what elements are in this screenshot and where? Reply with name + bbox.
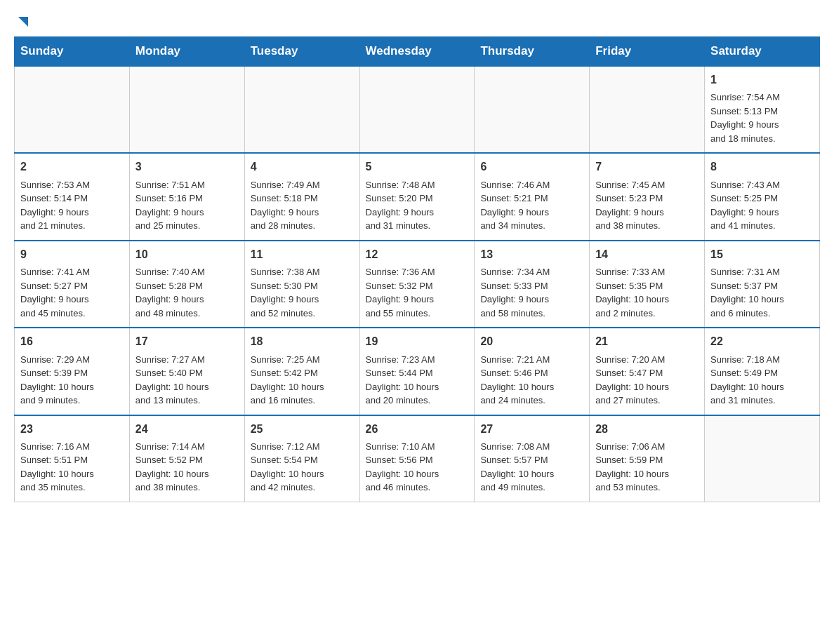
calendar-cell: 18Sunrise: 7:25 AMSunset: 5:42 PMDayligh…	[244, 328, 359, 415]
day-info: Sunrise: 7:38 AMSunset: 5:30 PMDaylight:…	[251, 265, 354, 320]
day-info: Sunrise: 7:21 AMSunset: 5:46 PMDaylight:…	[480, 353, 583, 408]
day-info: Sunrise: 7:46 AMSunset: 5:21 PMDaylight:…	[480, 178, 583, 233]
day-info: Sunrise: 7:08 AMSunset: 5:57 PMDaylight:…	[480, 440, 583, 495]
calendar-cell: 25Sunrise: 7:12 AMSunset: 5:54 PMDayligh…	[244, 415, 359, 502]
day-number: 14	[595, 247, 699, 262]
day-info: Sunrise: 7:31 AMSunset: 5:37 PMDaylight:…	[710, 265, 814, 320]
calendar-cell: 27Sunrise: 7:08 AMSunset: 5:57 PMDayligh…	[475, 415, 590, 502]
day-info: Sunrise: 7:20 AMSunset: 5:47 PMDaylight:…	[595, 353, 699, 408]
day-number: 1	[710, 72, 814, 88]
day-info: Sunrise: 7:25 AMSunset: 5:42 PMDaylight:…	[251, 353, 354, 408]
day-number: 18	[251, 334, 354, 349]
calendar-cell: 10Sunrise: 7:40 AMSunset: 5:28 PMDayligh…	[129, 241, 244, 328]
calendar-cell: 6Sunrise: 7:46 AMSunset: 5:21 PMDaylight…	[475, 153, 590, 240]
day-info: Sunrise: 7:48 AMSunset: 5:20 PMDaylight:…	[366, 178, 469, 233]
day-number: 17	[135, 334, 239, 349]
calendar-cell: 19Sunrise: 7:23 AMSunset: 5:44 PMDayligh…	[359, 328, 475, 415]
calendar-cell: 20Sunrise: 7:21 AMSunset: 5:46 PMDayligh…	[475, 328, 590, 415]
logo	[14, 14, 31, 29]
calendar-cell: 2Sunrise: 7:53 AMSunset: 5:14 PMDaylight…	[15, 153, 130, 240]
weekday-header-wednesday: Wednesday	[359, 37, 475, 67]
day-info: Sunrise: 7:27 AMSunset: 5:40 PMDaylight:…	[135, 353, 239, 408]
day-number: 2	[20, 159, 124, 175]
calendar-cell: 23Sunrise: 7:16 AMSunset: 5:51 PMDayligh…	[15, 415, 130, 502]
weekday-header-sunday: Sunday	[15, 37, 130, 67]
day-number: 5	[366, 159, 469, 175]
day-info: Sunrise: 7:40 AMSunset: 5:28 PMDaylight:…	[135, 265, 239, 320]
calendar-cell: 11Sunrise: 7:38 AMSunset: 5:30 PMDayligh…	[244, 241, 359, 328]
calendar-cell: 15Sunrise: 7:31 AMSunset: 5:37 PMDayligh…	[705, 241, 820, 328]
calendar-cell	[129, 66, 244, 153]
weekday-header-friday: Friday	[590, 37, 705, 67]
calendar-cell	[359, 66, 475, 153]
day-info: Sunrise: 7:33 AMSunset: 5:35 PMDaylight:…	[595, 265, 699, 320]
svg-marker-0	[18, 17, 28, 27]
day-info: Sunrise: 7:53 AMSunset: 5:14 PMDaylight:…	[20, 178, 124, 233]
calendar-cell: 12Sunrise: 7:36 AMSunset: 5:32 PMDayligh…	[359, 241, 475, 328]
day-info: Sunrise: 7:29 AMSunset: 5:39 PMDaylight:…	[20, 353, 124, 408]
day-number: 12	[366, 247, 469, 262]
calendar-cell: 5Sunrise: 7:48 AMSunset: 5:20 PMDaylight…	[359, 153, 475, 240]
day-number: 20	[480, 334, 583, 349]
day-info: Sunrise: 7:06 AMSunset: 5:59 PMDaylight:…	[595, 440, 699, 495]
day-number: 28	[595, 422, 699, 437]
calendar-week-4: 16Sunrise: 7:29 AMSunset: 5:39 PMDayligh…	[15, 328, 820, 415]
calendar-cell: 14Sunrise: 7:33 AMSunset: 5:35 PMDayligh…	[590, 241, 705, 328]
day-info: Sunrise: 7:23 AMSunset: 5:44 PMDaylight:…	[366, 353, 469, 408]
day-info: Sunrise: 7:45 AMSunset: 5:23 PMDaylight:…	[595, 178, 699, 233]
day-number: 19	[366, 334, 469, 349]
calendar-body: 1Sunrise: 7:54 AMSunset: 5:13 PMDaylight…	[15, 66, 820, 502]
calendar-cell: 21Sunrise: 7:20 AMSunset: 5:47 PMDayligh…	[590, 328, 705, 415]
calendar-cell: 28Sunrise: 7:06 AMSunset: 5:59 PMDayligh…	[590, 415, 705, 502]
day-number: 4	[251, 159, 354, 175]
day-number: 27	[480, 422, 583, 437]
calendar-cell	[590, 66, 705, 153]
day-number: 13	[480, 247, 583, 262]
page-header	[14, 14, 820, 29]
day-number: 11	[251, 247, 354, 262]
calendar-week-5: 23Sunrise: 7:16 AMSunset: 5:51 PMDayligh…	[15, 415, 820, 502]
day-number: 10	[135, 247, 239, 262]
calendar-cell	[475, 66, 590, 153]
day-info: Sunrise: 7:16 AMSunset: 5:51 PMDaylight:…	[20, 440, 124, 495]
day-number: 15	[710, 247, 814, 262]
day-info: Sunrise: 7:14 AMSunset: 5:52 PMDaylight:…	[135, 440, 239, 495]
calendar-cell: 8Sunrise: 7:43 AMSunset: 5:25 PMDaylight…	[705, 153, 820, 240]
day-number: 23	[20, 422, 124, 437]
day-number: 26	[366, 422, 469, 437]
calendar-cell: 4Sunrise: 7:49 AMSunset: 5:18 PMDaylight…	[244, 153, 359, 240]
calendar-cell: 1Sunrise: 7:54 AMSunset: 5:13 PMDaylight…	[705, 66, 820, 153]
calendar-cell: 26Sunrise: 7:10 AMSunset: 5:56 PMDayligh…	[359, 415, 475, 502]
day-number: 7	[595, 159, 699, 175]
day-info: Sunrise: 7:12 AMSunset: 5:54 PMDaylight:…	[251, 440, 354, 495]
day-info: Sunrise: 7:41 AMSunset: 5:27 PMDaylight:…	[20, 265, 124, 320]
day-info: Sunrise: 7:43 AMSunset: 5:25 PMDaylight:…	[710, 178, 814, 233]
day-number: 21	[595, 334, 699, 349]
weekday-row: SundayMondayTuesdayWednesdayThursdayFrid…	[15, 37, 820, 67]
calendar-table: SundayMondayTuesdayWednesdayThursdayFrid…	[14, 36, 820, 502]
day-number: 16	[20, 334, 124, 349]
day-info: Sunrise: 7:51 AMSunset: 5:16 PMDaylight:…	[135, 178, 239, 233]
calendar-cell: 24Sunrise: 7:14 AMSunset: 5:52 PMDayligh…	[129, 415, 244, 502]
calendar-cell: 3Sunrise: 7:51 AMSunset: 5:16 PMDaylight…	[129, 153, 244, 240]
calendar-cell: 16Sunrise: 7:29 AMSunset: 5:39 PMDayligh…	[15, 328, 130, 415]
day-number: 25	[251, 422, 354, 437]
day-number: 22	[710, 334, 814, 349]
calendar-cell: 7Sunrise: 7:45 AMSunset: 5:23 PMDaylight…	[590, 153, 705, 240]
day-number: 24	[135, 422, 239, 437]
calendar-cell: 9Sunrise: 7:41 AMSunset: 5:27 PMDaylight…	[15, 241, 130, 328]
day-number: 3	[135, 159, 239, 175]
weekday-header-saturday: Saturday	[705, 37, 820, 67]
calendar-week-1: 1Sunrise: 7:54 AMSunset: 5:13 PMDaylight…	[15, 66, 820, 153]
day-number: 9	[20, 247, 124, 262]
calendar-cell	[244, 66, 359, 153]
day-number: 6	[480, 159, 583, 175]
calendar-week-3: 9Sunrise: 7:41 AMSunset: 5:27 PMDaylight…	[15, 241, 820, 328]
day-info: Sunrise: 7:34 AMSunset: 5:33 PMDaylight:…	[480, 265, 583, 320]
day-info: Sunrise: 7:54 AMSunset: 5:13 PMDaylight:…	[710, 90, 814, 145]
calendar-cell	[15, 66, 130, 153]
day-number: 8	[710, 159, 814, 175]
day-info: Sunrise: 7:36 AMSunset: 5:32 PMDaylight:…	[366, 265, 469, 320]
weekday-header-tuesday: Tuesday	[244, 37, 359, 67]
calendar-cell: 17Sunrise: 7:27 AMSunset: 5:40 PMDayligh…	[129, 328, 244, 415]
